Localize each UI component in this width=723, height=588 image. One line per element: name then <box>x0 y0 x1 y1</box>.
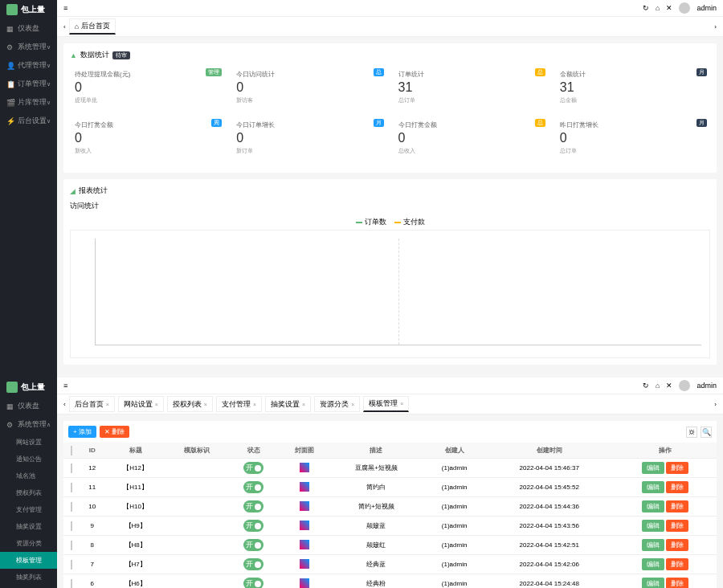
delete-button[interactable]: 删除 <box>666 481 688 493</box>
tab-item[interactable]: 后台首页× <box>69 396 115 412</box>
status-switch[interactable]: 开 <box>243 462 263 474</box>
stat-card[interactable]: 今日订单增长0新订单月 <box>231 116 386 160</box>
close-icon[interactable]: ✕ <box>666 4 672 12</box>
column-header[interactable]: ID <box>79 443 105 459</box>
tab-close-icon[interactable]: × <box>351 402 354 407</box>
edit-button[interactable]: 编辑 <box>642 462 664 474</box>
delete-button[interactable]: 删除 <box>666 462 688 474</box>
column-header[interactable] <box>63 443 79 459</box>
sidebar-subitem[interactable]: 抽奖列表 <box>0 569 57 586</box>
row-checkbox[interactable] <box>71 560 72 570</box>
tab-next-icon[interactable]: › <box>714 23 717 31</box>
row-checkbox[interactable] <box>71 541 72 550</box>
sidebar-subitem[interactable]: 抽奖设置 <box>0 518 57 535</box>
edit-button[interactable]: 编辑 <box>642 481 664 493</box>
stat-card[interactable]: 订单统计31总订单总 <box>394 65 549 109</box>
stat-card[interactable]: 今日访问统计0新访客总 <box>231 65 386 109</box>
home-icon[interactable]: ⌂ <box>656 4 660 12</box>
sidebar-subitem[interactable]: 域名池 <box>0 468 57 484</box>
delete-button[interactable]: 删除 <box>666 539 688 551</box>
refresh-icon[interactable]: ↻ <box>643 4 649 12</box>
row-checkbox[interactable] <box>71 463 72 473</box>
legend-item[interactable]: 支付款 <box>394 217 425 227</box>
cover-thumb[interactable] <box>300 482 309 492</box>
tab-close-icon[interactable]: × <box>106 402 109 407</box>
edit-button[interactable]: 编辑 <box>642 578 664 588</box>
sidebar-subitem[interactable]: 资源分类 <box>0 535 57 552</box>
cover-thumb[interactable] <box>300 501 309 511</box>
tab-close-icon[interactable]: × <box>302 402 305 407</box>
delete-button[interactable]: 删除 <box>666 558 688 570</box>
edit-button[interactable]: 编辑 <box>642 539 664 551</box>
row-checkbox[interactable] <box>71 521 72 531</box>
edit-button[interactable]: 编辑 <box>642 558 664 570</box>
stat-card[interactable]: 今日打赏金额0总收入总 <box>394 116 549 160</box>
cover-thumb[interactable] <box>300 578 309 588</box>
tab-close-icon[interactable]: × <box>400 401 403 406</box>
stat-card[interactable]: 金额统计31总金额月 <box>555 65 710 109</box>
tab-item[interactable]: 支付管理× <box>216 396 262 412</box>
column-header[interactable]: 操作 <box>614 443 717 459</box>
status-switch[interactable]: 开 <box>243 520 263 532</box>
edit-button[interactable]: 编辑 <box>642 500 664 512</box>
row-checkbox[interactable] <box>71 483 72 492</box>
status-switch[interactable]: 开 <box>243 578 263 588</box>
sidebar-subitem[interactable]: 支付管理 <box>0 501 57 518</box>
sidebar-subitem[interactable]: 网站设置 <box>0 434 57 451</box>
delete-button[interactable]: ✕ 删除 <box>100 426 129 438</box>
tab-item[interactable]: 模板管理× <box>363 396 409 412</box>
sidebar-subitem[interactable]: 通知公告 <box>0 451 57 468</box>
collapse-icon[interactable]: ≡ <box>63 382 67 390</box>
stat-card[interactable]: 待处理提现金额(元)0提现单批管理 <box>70 65 225 109</box>
cover-thumb[interactable] <box>300 521 309 530</box>
tab-prev-icon[interactable]: ‹ <box>63 401 66 408</box>
cover-thumb[interactable] <box>300 559 309 569</box>
select-all-checkbox[interactable] <box>71 446 72 455</box>
sidebar-item[interactable]: 👤代理管理∨ <box>0 56 57 75</box>
column-header[interactable]: 描述 <box>329 443 424 459</box>
sidebar-item[interactable]: ▦仪表盘 <box>0 397 57 415</box>
tab-close-icon[interactable]: × <box>155 402 158 407</box>
column-header[interactable]: 封面图 <box>280 443 329 459</box>
tab-close-icon[interactable]: × <box>253 402 256 407</box>
sidebar-item[interactable]: ▦仪表盘 <box>0 19 57 38</box>
logo[interactable]: 包上量 <box>0 0 57 19</box>
avatar[interactable] <box>679 2 690 14</box>
cover-thumb[interactable] <box>300 463 309 472</box>
logo[interactable]: 包上量 <box>0 378 57 397</box>
username[interactable]: admin <box>696 382 717 390</box>
add-button[interactable]: + 添加 <box>68 426 96 438</box>
tab-home[interactable]: ⌂ 后台首页 <box>69 18 116 35</box>
row-checkbox[interactable] <box>71 502 72 512</box>
column-header[interactable]: 创建时间 <box>485 443 614 459</box>
column-header[interactable]: 模版标识 <box>165 443 228 459</box>
row-checkbox[interactable] <box>71 579 72 589</box>
status-switch[interactable]: 开 <box>243 539 263 551</box>
tab-item[interactable]: 授权列表× <box>167 396 213 412</box>
search-icon[interactable]: 🔍 <box>701 427 712 438</box>
tab-item[interactable]: 抽奖设置× <box>265 396 311 412</box>
edit-button[interactable]: 编辑 <box>642 520 664 532</box>
avatar[interactable] <box>679 380 690 391</box>
status-switch[interactable]: 开 <box>243 558 263 570</box>
tab-close-icon[interactable]: × <box>204 402 207 407</box>
sidebar-item[interactable]: ⚙系统管理∧ <box>0 415 57 434</box>
status-switch[interactable]: 开 <box>243 500 263 512</box>
column-header[interactable]: 状态 <box>228 443 280 459</box>
username[interactable]: admin <box>696 4 717 12</box>
filter-icon[interactable]: ⛭ <box>686 427 697 438</box>
status-switch[interactable]: 开 <box>243 481 263 493</box>
sidebar-subitem[interactable]: 授权列表 <box>0 484 57 501</box>
legend-item[interactable]: 订单数 <box>356 217 386 227</box>
stat-card[interactable]: 昨日打赏增长0总订单月 <box>555 116 710 160</box>
column-header[interactable]: 创建人 <box>423 443 485 459</box>
sidebar-item[interactable]: 🎬片库管理∨ <box>0 93 57 112</box>
tab-item[interactable]: 网站设置× <box>118 396 164 412</box>
delete-button[interactable]: 删除 <box>666 520 688 532</box>
cover-thumb[interactable] <box>300 540 309 549</box>
collapse-icon[interactable]: ≡ <box>63 4 67 12</box>
sidebar-item[interactable]: 📋订单管理∨ <box>0 75 57 93</box>
sidebar-subitem[interactable]: 模板管理 <box>0 552 57 569</box>
delete-button[interactable]: 删除 <box>666 500 688 512</box>
tab-prev-icon[interactable]: ‹ <box>63 23 66 31</box>
